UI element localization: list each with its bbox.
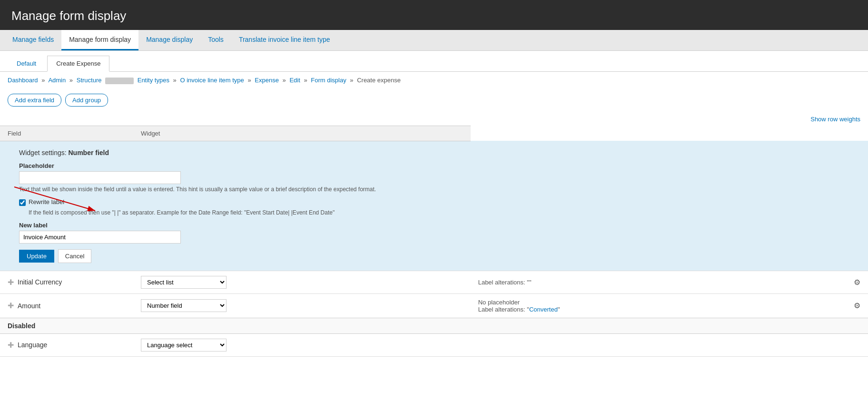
tab-manage-display[interactable]: Manage display (138, 30, 200, 50)
field-name-initial-currency: Initial Currency (18, 278, 62, 286)
rewrite-label-hint: If the field is composed then use "| |" … (29, 209, 860, 216)
new-label-group: New label (19, 222, 860, 244)
field-name-amount: Amount (18, 302, 40, 310)
widget-cell-language: Language select (133, 333, 471, 356)
top-nav: Manage fields Manage form display Manage… (0, 30, 868, 51)
gear-icon-initial-currency[interactable]: ⚙ (854, 278, 860, 286)
widget-select-amount[interactable]: Number field (141, 299, 227, 312)
drag-handle-language[interactable]: ✚ (8, 341, 14, 350)
col-field: Field (0, 126, 133, 141)
widget-select-language[interactable]: Language select (141, 339, 227, 352)
add-extra-field-button[interactable]: Add extra field (8, 94, 61, 107)
tab-tools[interactable]: Tools (200, 30, 231, 50)
breadcrumb-entity-types[interactable]: Entity types (138, 77, 169, 84)
info-cell-amount: No placeholder Label alterations: "Conve… (471, 293, 795, 318)
table-row-initial-currency: ✚ Initial Currency Select list Label alt… (0, 271, 868, 293)
col-widget: Widget (133, 126, 471, 141)
placeholder-group: Placeholder Text that will be shown insi… (19, 162, 860, 193)
breadcrumb-edit[interactable]: Edit (289, 77, 300, 84)
tab-manage-form-display[interactable]: Manage form display (61, 30, 138, 50)
table-header-row: Field Widget (0, 126, 868, 141)
breadcrumb-form-display[interactable]: Form display (311, 77, 346, 84)
disabled-label: Disabled (8, 322, 35, 330)
info-cell-initial-currency: Label alterations: "" (471, 271, 795, 293)
page-header: Manage form display (0, 0, 868, 30)
form-table: Field Widget (0, 126, 868, 357)
gear-cell-amount: ⚙ (795, 293, 868, 318)
breadcrumb-dashboard[interactable]: Dashboard (8, 77, 38, 84)
rewrite-label-checkbox[interactable] (19, 199, 26, 206)
placeholder-label: Placeholder (19, 162, 860, 169)
new-label-input[interactable] (19, 231, 181, 244)
widget-type-label: Number field (69, 149, 109, 156)
breadcrumb-o-invoice[interactable]: O invoice line item type (180, 77, 244, 84)
field-cell-language: ✚ Language (0, 336, 133, 354)
field-cell-initial-currency: ✚ Initial Currency (0, 273, 133, 292)
page-title: Manage form display (11, 9, 857, 23)
table-row-initial-amount: Widget settings: Number field Placeholde… (0, 141, 868, 271)
rewrite-label-text: Rewrite label (29, 198, 64, 205)
row-weights-area: Show row weights (0, 113, 868, 126)
action-buttons: Add extra field Add group (0, 89, 868, 113)
breadcrumb: Dashboard » Admin » Structure Entity typ… (0, 72, 868, 89)
expanded-content: Widget settings: Number field Placeholde… (0, 141, 868, 271)
rewrite-label-group: Rewrite label If the field is composed t… (19, 198, 860, 216)
amount-info-line2: Label alterations: "Converted" (478, 306, 560, 313)
converted-label: Converted (529, 306, 558, 313)
subtab-create-expense[interactable]: Create Expense (47, 56, 109, 72)
show-row-weights-link[interactable]: Show row weights (810, 116, 860, 123)
breadcrumb-create-expense: Create expense (357, 77, 401, 84)
gear-icon-amount[interactable]: ⚙ (854, 302, 860, 310)
gear-cell-language (795, 333, 868, 356)
field-name-language: Language (18, 341, 47, 349)
drag-handle-amount[interactable]: ✚ (8, 301, 14, 310)
disabled-section-header: Disabled (0, 318, 868, 333)
tab-translate[interactable]: Translate invoice line item type (231, 30, 338, 50)
gear-cell-initial-currency: ⚙ (795, 271, 868, 293)
tab-manage-fields[interactable]: Manage fields (5, 30, 61, 50)
placeholder-input[interactable] (19, 171, 181, 184)
update-button[interactable]: Update (19, 250, 54, 263)
drag-handle-initial-currency[interactable]: ✚ (8, 278, 14, 287)
cancel-button[interactable]: Cancel (58, 249, 91, 263)
breadcrumb-blurred (105, 78, 134, 84)
breadcrumb-admin[interactable]: Admin (48, 77, 66, 84)
table-row-language: ✚ Language Language select (0, 333, 868, 356)
widget-settings-label: Widget settings: Number field (19, 149, 860, 156)
breadcrumb-expense[interactable]: Expense (255, 77, 279, 84)
add-group-button[interactable]: Add group (65, 94, 108, 107)
subtab-default[interactable]: Default (8, 56, 45, 71)
widget-cell-initial-currency: Select list (133, 271, 471, 293)
table-row-amount: ✚ Amount Number field No placeholder Lab… (0, 293, 868, 318)
field-cell-amount: ✚ Amount (0, 296, 133, 315)
new-label-label: New label (19, 222, 860, 229)
placeholder-hint: Text that will be shown inside the field… (19, 186, 424, 193)
widget-cell-amount: Number field (133, 293, 471, 318)
sub-tabs: Default Create Expense (0, 51, 868, 72)
form-actions: Update Cancel (19, 249, 860, 263)
amount-info-line1: No placeholder (478, 299, 520, 306)
breadcrumb-structure[interactable]: Structure (77, 77, 102, 84)
info-cell-language (471, 333, 795, 356)
rewrite-label-checkbox-row: Rewrite label (19, 198, 860, 207)
widget-select-initial-currency[interactable]: Select list (141, 276, 227, 289)
